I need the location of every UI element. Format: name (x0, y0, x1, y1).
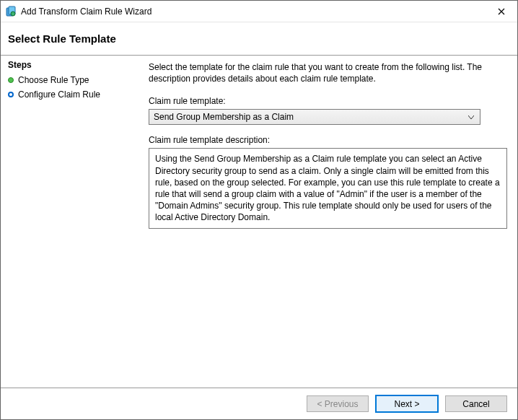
wizard-window: Add Transform Claim Rule Wizard Select R… (0, 0, 518, 420)
step-configure-claim-rule[interactable]: Configure Claim Rule (8, 87, 134, 102)
template-description: Using the Send Group Membership as a Cla… (149, 148, 507, 228)
template-label: Claim rule template: (149, 96, 507, 106)
wizard-header: Select Rule Template (1, 22, 517, 56)
cancel-button[interactable]: Cancel (445, 395, 507, 412)
step-choose-rule-type[interactable]: Choose Rule Type (8, 73, 134, 87)
step-bullet-icon (8, 92, 14, 97)
step-bullet-icon (8, 77, 14, 83)
intro-text: Select the template for the claim rule t… (149, 61, 507, 84)
app-icon (5, 6, 17, 17)
window-title: Add Transform Claim Rule Wizard (21, 6, 486, 17)
titlebar: Add Transform Claim Rule Wizard (1, 1, 517, 22)
step-label: Choose Rule Type (18, 75, 89, 85)
previous-button: < Previous (307, 395, 369, 412)
wizard-main: Select the template for the claim rule t… (141, 56, 517, 388)
page-heading: Select Rule Template (8, 32, 510, 45)
svg-point-2 (11, 12, 15, 16)
close-button[interactable] (486, 1, 517, 22)
step-label: Configure Claim Rule (18, 89, 100, 100)
steps-sidebar: Steps Choose Rule Type Configure Claim R… (1, 56, 141, 388)
steps-title: Steps (8, 60, 134, 70)
description-label: Claim rule template description: (149, 135, 507, 145)
chevron-down-icon (465, 112, 477, 122)
wizard-body: Steps Choose Rule Type Configure Claim R… (1, 56, 517, 388)
claim-rule-template-select[interactable]: Send Group Membership as a Claim (149, 109, 480, 125)
wizard-footer: < Previous Next > Cancel (1, 388, 517, 419)
next-button[interactable]: Next > (376, 395, 438, 412)
template-selected-value: Send Group Membership as a Claim (154, 112, 465, 122)
